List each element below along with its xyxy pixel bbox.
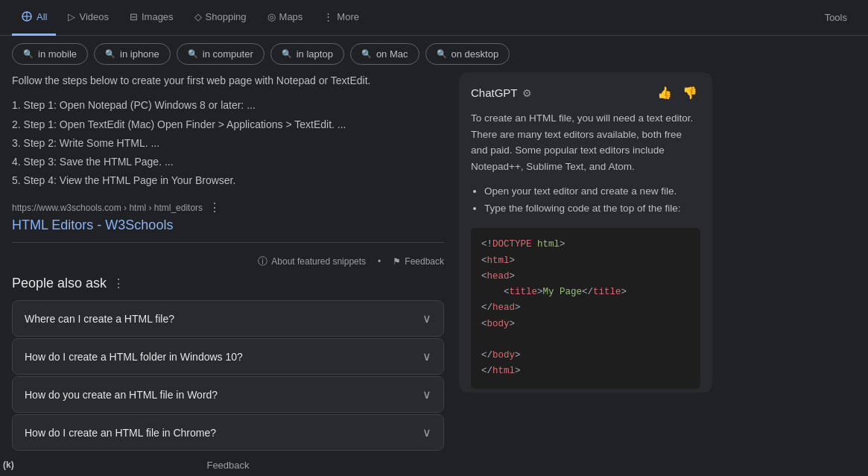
- thumbs-up-button[interactable]: 👍: [654, 84, 675, 101]
- nav-label-shopping: Shopping: [206, 11, 247, 22]
- chip-search-icon-0: 🔍: [23, 49, 34, 59]
- nav-item-shopping[interactable]: ◇ Shopping: [186, 0, 256, 36]
- step-3: 3. Step 2: Write Some HTML. ...: [12, 134, 444, 153]
- more-icon: ⋮: [323, 11, 333, 22]
- top-nav: All ▷ Videos ⊟ Images ◇ Shopping ◎ Maps …: [0, 0, 868, 36]
- paa-item-header-3[interactable]: How do I create an HTML file in Chrome? …: [13, 415, 443, 450]
- chatgpt-bullet-0: Open your text editor and create a new f…: [484, 183, 700, 200]
- right-column: ChatGPT ⚙ 👍 👎 To create an HTML file, yo…: [459, 72, 712, 474]
- about-snippets-label: About featured snippets: [271, 256, 366, 267]
- snippet-feedback-label: Feedback: [405, 256, 444, 267]
- step-5: 5. Step 4: View the HTML Page in Your Br…: [12, 171, 444, 190]
- code-line-4: </head>: [481, 300, 690, 316]
- shopping-icon: ◇: [194, 11, 202, 22]
- chatgpt-bullets: Open your text editor and create a new f…: [471, 183, 700, 218]
- chatgpt-code-block: <!DOCTYPE html> <html> <head> <title>My …: [471, 228, 700, 388]
- dot-separator: •: [378, 256, 381, 267]
- code-line-1: <html>: [481, 253, 690, 269]
- paa-item-header-1[interactable]: How do I create a HTML folder in Windows…: [13, 339, 443, 374]
- paa-item-2[interactable]: How do you create an HTML file in Word? …: [12, 376, 444, 413]
- code-line-3: <title>My Page</title>: [481, 285, 690, 300]
- chip-in-mobile[interactable]: 🔍 in mobile: [12, 43, 88, 65]
- all-icon: [21, 10, 33, 22]
- chip-in-laptop[interactable]: 🔍 in laptop: [270, 43, 344, 65]
- paa-question-1: How do I create a HTML folder in Windows…: [25, 351, 243, 363]
- bottom-feedback-link[interactable]: Feedback: [12, 452, 444, 474]
- chevron-down-icon-1: ∨: [422, 349, 431, 364]
- chip-search-icon-1: 🔍: [105, 49, 115, 59]
- snippet-steps: 1. Step 1: Open Notepad (PC) Windows 8 o…: [12, 96, 444, 190]
- tools-button[interactable]: Tools: [816, 0, 856, 36]
- chip-label-3: in laptop: [297, 48, 333, 60]
- nav-item-images[interactable]: ⊟ Images: [121, 0, 183, 36]
- code-line-7: </body>: [481, 348, 690, 364]
- paa-header: People also ask ⋮: [12, 276, 444, 291]
- paa-item-3[interactable]: How do I create an HTML file in Chrome? …: [12, 414, 444, 451]
- chevron-down-icon-0: ∨: [422, 311, 431, 326]
- nav-label-more: More: [337, 11, 359, 22]
- snippet-result-link[interactable]: HTML Editors - W3Schools: [12, 218, 444, 233]
- chatgpt-gear-icon[interactable]: ⚙: [522, 87, 532, 99]
- chip-label-2: in computer: [203, 48, 253, 60]
- k-badge: (k): [3, 460, 14, 470]
- chips-row: 🔍 in mobile 🔍 in iphone 🔍 in computer 🔍 …: [0, 36, 868, 72]
- images-icon: ⊟: [130, 11, 138, 22]
- maps-icon: ◎: [267, 11, 276, 22]
- code-line-6: [481, 332, 690, 348]
- paa-item-header-0[interactable]: Where can I create a HTML file? ∨: [13, 301, 443, 336]
- snippet-source-url: https://www.w3schools.com › html › html_…: [12, 200, 444, 215]
- code-line-2: <head>: [481, 269, 690, 285]
- code-line-8: </html>: [481, 364, 690, 379]
- info-icon: ⓘ: [258, 255, 267, 268]
- nav-item-more[interactable]: ⋮ More: [314, 0, 368, 36]
- chip-search-icon-3: 🔍: [282, 49, 292, 59]
- chatgpt-title: ChatGPT: [471, 86, 518, 99]
- chatgpt-bullet-1: Type the following code at the top of th…: [484, 200, 700, 218]
- snippet-feedback-link[interactable]: ⚑ Feedback: [393, 256, 444, 267]
- paa-question-3: How do I create an HTML file in Chrome?: [25, 427, 216, 439]
- chip-search-icon-4: 🔍: [361, 49, 372, 59]
- step-2: 2. Step 1: Open TextEdit (Mac) Open Find…: [12, 115, 444, 134]
- chip-on-mac[interactable]: 🔍 on Mac: [350, 43, 419, 65]
- chatgpt-panel: ChatGPT ⚙ 👍 👎 To create an HTML file, yo…: [459, 72, 712, 393]
- code-line-5: <body>: [481, 317, 690, 332]
- chip-in-iphone[interactable]: 🔍 in iphone: [94, 43, 171, 65]
- step-4: 4. Step 3: Save the HTML Page. ...: [12, 153, 444, 171]
- paa-question-2: How do you create an HTML file in Word?: [25, 389, 218, 401]
- chatgpt-title-row: ChatGPT ⚙: [471, 86, 532, 99]
- snippet-url-text: https://www.w3schools.com › html › html_…: [12, 203, 203, 213]
- paa-question-0: Where can I create a HTML file?: [25, 313, 174, 325]
- chip-on-desktop[interactable]: 🔍 on desktop: [425, 43, 510, 65]
- nav-item-all[interactable]: All: [12, 0, 56, 36]
- paa-options-icon[interactable]: ⋮: [113, 276, 124, 291]
- chip-label-0: in mobile: [38, 48, 77, 60]
- nav-item-videos[interactable]: ▷ Videos: [59, 0, 118, 36]
- about-featured-snippets-link[interactable]: ⓘ About featured snippets: [258, 255, 366, 268]
- nav-item-maps[interactable]: ◎ Maps: [259, 0, 312, 36]
- nav-label-videos: Videos: [79, 11, 109, 22]
- chevron-down-icon-2: ∨: [422, 387, 431, 402]
- step-1: 1. Step 1: Open Notepad (PC) Windows 8 o…: [12, 96, 444, 115]
- nav-label-images: Images: [142, 11, 174, 22]
- paa-item-1[interactable]: How do I create a HTML folder in Windows…: [12, 338, 444, 375]
- nav-label-all: All: [37, 11, 47, 22]
- nav-label-maps: Maps: [279, 11, 303, 22]
- snippet-divider: [12, 242, 444, 243]
- paa-title: People also ask: [12, 276, 107, 291]
- chip-in-computer[interactable]: 🔍 in computer: [177, 43, 264, 65]
- code-line-0: <!DOCTYPE html>: [481, 237, 690, 253]
- paa-item-header-2[interactable]: How do you create an HTML file in Word? …: [13, 377, 443, 412]
- chatgpt-header: ChatGPT ⚙ 👍 👎: [471, 84, 700, 101]
- chip-search-icon-5: 🔍: [437, 49, 447, 59]
- left-column: Follow the steps below to create your fi…: [12, 72, 444, 474]
- chip-label-4: on Mac: [376, 48, 408, 60]
- thumbs-down-button[interactable]: 👎: [679, 84, 700, 101]
- feedback-row: ⓘ About featured snippets • ⚑ Feedback: [12, 250, 444, 276]
- chip-label-5: on desktop: [452, 48, 499, 60]
- chevron-down-icon-3: ∨: [422, 425, 431, 439]
- paa-item-0[interactable]: Where can I create a HTML file? ∨: [12, 300, 444, 337]
- snippet-intro: Follow the steps below to create your fi…: [12, 72, 444, 89]
- snippet-more-options-icon[interactable]: ⋮: [209, 200, 221, 215]
- chatgpt-intro-text: To create an HTML file, you will need a …: [471, 110, 700, 174]
- chip-label-1: in iphone: [120, 48, 159, 60]
